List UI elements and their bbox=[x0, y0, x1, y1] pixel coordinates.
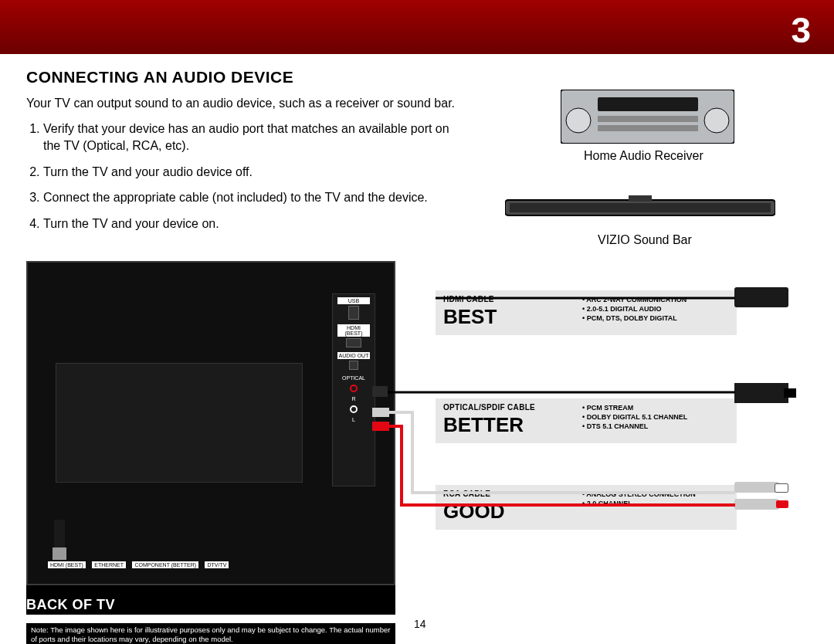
step-3: Connect the appropriate cable (not inclu… bbox=[43, 189, 459, 206]
connection-diagram: USB HDMI (BEST) AUDIO OUT OPTICAL R L HD… bbox=[26, 261, 808, 624]
tv-vesa-panel bbox=[56, 363, 303, 483]
cable-option-good: RCA CABLE GOOD ANALOG STEREO CONNECTION … bbox=[436, 485, 737, 530]
svg-point-2 bbox=[704, 108, 729, 133]
hdmi-plug-hanging-icon bbox=[49, 520, 70, 566]
rca-connector-icon bbox=[734, 482, 788, 517]
feat: 2.0-5.1 DIGITAL AUDIO bbox=[582, 304, 687, 314]
svg-point-1 bbox=[566, 108, 591, 133]
cable-features-better: PCM STREAM DOLBY DIGITAL 5.1 CHANNEL DTS… bbox=[582, 403, 687, 431]
intro-paragraph: Your TV can output sound to an audio dev… bbox=[26, 96, 459, 111]
port-label-audio-out: AUDIO OUT bbox=[337, 352, 370, 359]
feat: DTS 5.1 CHANNEL bbox=[582, 422, 687, 431]
port-label-r: R bbox=[333, 395, 375, 402]
hdmi-port-icon bbox=[346, 338, 361, 347]
svg-rect-10 bbox=[53, 547, 66, 560]
feat: DOLBY DIGITAL 5.1 CHANNEL bbox=[582, 412, 687, 422]
port-label-hdmi: HDMI (BEST) bbox=[337, 324, 370, 337]
instruction-steps: Verify that your device has an audio por… bbox=[26, 120, 459, 232]
footnote: Note: The image shown here is for illust… bbox=[26, 623, 395, 644]
step-4: Turn the TV and your device on. bbox=[43, 215, 459, 232]
page-number: 14 bbox=[414, 618, 426, 630]
svg-rect-3 bbox=[598, 97, 698, 111]
back-of-tv-label: BACK OF TV bbox=[26, 597, 115, 613]
cable-option-best: HDMI CABLE BEST ARC 2-WAY COMMUNICATION … bbox=[436, 290, 737, 335]
port-label-ethernet: ETHERNET bbox=[92, 561, 126, 568]
port-label-dtvtv: DTV/TV bbox=[205, 561, 229, 568]
optical-port-icon bbox=[349, 361, 358, 370]
tv-back-panel: USB HDMI (BEST) AUDIO OUT OPTICAL R L HD… bbox=[26, 261, 395, 585]
page-content: CONNECTING AN AUDIO DEVICE Your TV can o… bbox=[26, 68, 808, 241]
svg-rect-9 bbox=[54, 520, 65, 547]
port-label-usb: USB bbox=[337, 297, 370, 304]
cable-option-better: OPTICAL/SPDIF CABLE BETTER PCM STREAM DO… bbox=[436, 398, 737, 443]
cable-features-best: ARC 2-WAY COMMUNICATION 2.0-5.1 DIGITAL … bbox=[582, 295, 687, 323]
cable-features-good: ANALOG STEREO CONNECTION 2.0 CHANNEL bbox=[582, 490, 696, 508]
vizio-soundbar-illustration bbox=[505, 195, 775, 220]
svg-rect-8 bbox=[629, 195, 652, 202]
step-2: Turn the TV and your audio device off. bbox=[43, 164, 459, 181]
rca-white-icon bbox=[734, 482, 779, 493]
svg-rect-4 bbox=[598, 116, 698, 122]
home-audio-receiver-illustration bbox=[561, 90, 734, 144]
receiver-label: Home Audio Receiver bbox=[584, 149, 703, 163]
chapter-number: 3 bbox=[791, 9, 811, 51]
tv-bottom-ports: HDMI (BEST) ETHERNET COMPONENT (BETTER) … bbox=[48, 556, 272, 582]
page-title: CONNECTING AN AUDIO DEVICE bbox=[26, 68, 808, 86]
usb-port-icon bbox=[348, 306, 359, 320]
feat: ARC 2-WAY COMMUNICATION bbox=[582, 295, 687, 304]
port-label-l: L bbox=[333, 416, 375, 423]
feat: PCM STREAM bbox=[582, 403, 687, 412]
feat: 2.0 CHANNEL bbox=[582, 499, 696, 508]
feat: ANALOG STEREO CONNECTION bbox=[582, 490, 696, 499]
feat: PCM, DTS, DOLBY DIGITAL bbox=[582, 314, 687, 323]
chapter-header-bar: 3 bbox=[0, 0, 834, 54]
soundbar-label: VIZIO Sound Bar bbox=[598, 233, 692, 247]
rca-r-jack-icon bbox=[350, 385, 358, 392]
rca-red-icon bbox=[734, 499, 779, 510]
port-label-optical: OPTICAL bbox=[337, 375, 370, 381]
optical-connector-icon bbox=[734, 383, 788, 403]
hdmi-connector-icon bbox=[734, 287, 788, 307]
tv-side-ports: USB HDMI (BEST) AUDIO OUT OPTICAL R L bbox=[332, 293, 375, 486]
port-label-component: COMPONENT (BETTER) bbox=[132, 561, 198, 568]
svg-rect-7 bbox=[510, 203, 771, 212]
rca-l-jack-icon bbox=[350, 405, 358, 413]
svg-rect-5 bbox=[598, 125, 698, 131]
step-1: Verify that your device has an audio por… bbox=[43, 120, 459, 154]
